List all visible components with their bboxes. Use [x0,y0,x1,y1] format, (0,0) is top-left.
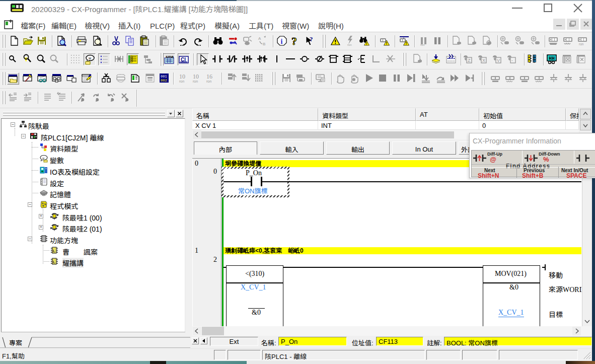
svg-text:-: - [511,58,513,63]
svg-text:10: 10 [179,73,185,80]
svg-text:V: V [497,58,500,63]
svg-text:ron: ron [193,80,198,83]
svg-text:16: 16 [206,73,212,80]
svg-text:B: B [263,42,265,46]
svg-text:ron: ron [579,42,584,46]
svg-text:ron: ron [347,43,352,46]
svg-text:001: 001 [161,75,167,79]
svg-text:ron: ron [179,80,184,83]
svg-text:ron: ron [206,80,211,83]
svg-text:?: ? [291,35,297,46]
svg-text:i: i [281,38,283,45]
svg-text:w: w [88,56,92,60]
svg-text:sma: sma [166,54,174,59]
svg-text:HH: HH [549,56,555,61]
svg-text:ron: ron [420,43,425,46]
svg-text:10: 10 [193,73,199,80]
svg-text:?: ? [310,35,313,43]
svg-text:002: 002 [161,79,167,83]
svg-text:A: A [258,36,261,41]
svg-text:X: X [482,58,485,63]
svg-text:Z: Z [468,58,471,63]
